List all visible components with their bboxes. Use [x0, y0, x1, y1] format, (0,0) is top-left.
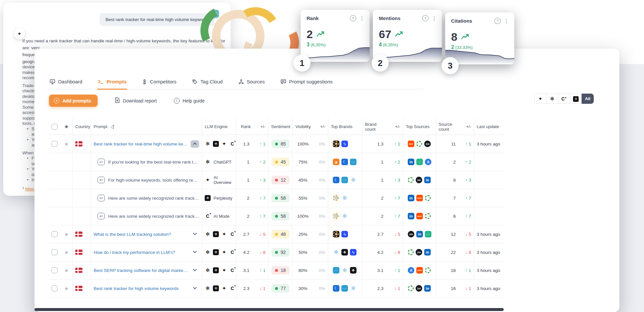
wreath-icon — [425, 195, 431, 201]
select-all-checkbox[interactable] — [52, 124, 58, 130]
star-icon[interactable]: ★ — [64, 249, 69, 256]
openai-icon: ✻ — [205, 249, 211, 255]
row-checkbox[interactable] — [52, 249, 58, 255]
row-rank: 1.3 — [236, 135, 253, 153]
filter-openai-button[interactable]: ✻ — [546, 94, 558, 104]
prompt-link[interactable]: How do i track my performance in LLM's? — [94, 250, 189, 255]
table-row[interactable]: ↩ Here are some widely recognized rank t… — [49, 189, 504, 207]
perplexity-icon: ✳ — [213, 285, 219, 291]
help-guide-button[interactable]: i Help guide — [174, 98, 205, 104]
filter-aimode-button[interactable]: C✦ — [558, 94, 570, 104]
tab-prompts[interactable]: Prompts — [97, 76, 127, 90]
kebab-menu-icon[interactable]: ⋮ — [504, 18, 509, 23]
prompt-link[interactable]: Best rank tracker for real-time high vol… — [94, 142, 189, 146]
row-checkbox[interactable] — [52, 285, 58, 291]
row-visibility-delta: 0% — [313, 135, 328, 153]
table-row[interactable]: ★ How do i track my performance in LLM's… — [49, 243, 504, 261]
row-checkbox[interactable] — [52, 267, 58, 273]
row-engine-cell: ✻ChatGPT — [202, 153, 236, 171]
table-row[interactable]: ★ Best SERP tracking software for digita… — [49, 261, 504, 279]
row-checkbox-cell — [49, 279, 61, 297]
star-icon[interactable]: ★ — [64, 285, 69, 292]
tab-label: Prompt suggestions — [289, 79, 333, 84]
help-icon[interactable]: ? — [494, 18, 501, 24]
table-row[interactable]: ↩ If you're looking for the best real-ti… — [49, 153, 504, 171]
row-last-update: 3 hours ago — [474, 135, 504, 153]
zapier-icon: zapier — [408, 141, 414, 147]
star-icon[interactable]: ★ — [64, 141, 69, 147]
row-top-sources: inzapier — [403, 189, 436, 207]
table-row[interactable]: ★ What is the best LLM tracking solution… — [49, 225, 504, 243]
openai-icon: ✻ — [205, 159, 211, 165]
table-row[interactable]: ★ Best rank tracker for real-time high v… — [49, 135, 504, 153]
tab-tag-cloud[interactable]: Tag Cloud — [192, 76, 223, 90]
row-country-cell — [73, 171, 91, 189]
tab-prompt-suggestions[interactable]: Prompt suggestions — [280, 76, 334, 90]
help-icon[interactable]: ? — [350, 15, 356, 21]
brand-delta: ↑ 7 — [394, 214, 400, 219]
help-icon[interactable]: ? — [422, 15, 428, 21]
source-delta: ↑ 1 — [465, 142, 471, 146]
row-rank-delta-cell: ↑ 1 — [253, 261, 268, 279]
sentiment-badge: 18 — [271, 266, 289, 275]
kebab-menu-icon[interactable]: ⋮ — [432, 16, 437, 21]
row-brand-delta-cell: ↓ 8 — [388, 243, 403, 261]
sa-icon: S/A — [416, 285, 422, 292]
bottom-scrollbar[interactable] — [34, 308, 504, 311]
row-rank: 1 — [236, 153, 253, 171]
perplexity-icon: ✳ — [573, 96, 579, 102]
row-country-cell — [73, 207, 91, 225]
row-checkbox[interactable] — [52, 141, 58, 147]
row-source-delta-cell: ↓ 8 — [460, 243, 474, 261]
prompt-link[interactable]: Best rank tracker for high volume keywor… — [94, 286, 189, 291]
row-visibility-delta: 0% — [313, 225, 328, 243]
stat-card-title: Rank — [307, 15, 350, 21]
table-row[interactable]: ★ Best rank tracker for high volume keyw… — [49, 279, 504, 298]
sort-az-icon[interactable]: ↓AZ — [110, 124, 114, 129]
tab-sources[interactable]: Sources — [238, 76, 265, 90]
prompt-link[interactable]: Best SERP tracking software for digital … — [94, 268, 189, 273]
tab-competitors[interactable]: Competitors — [142, 76, 177, 90]
table-row[interactable]: ↩ For high-volume keywords, tools offeri… — [49, 171, 504, 189]
table-row[interactable]: ↩ Here are some widely recognized rank t… — [49, 207, 504, 225]
expand-row-button[interactable] — [191, 231, 199, 238]
row-star-cell: ★ — [61, 243, 73, 261]
owl-icon: ❖ — [341, 249, 348, 256]
filter-all-button[interactable]: All — [582, 94, 594, 104]
filter-perplexity-button[interactable]: ✳ — [570, 94, 582, 104]
row-prompt-cell: Best SERP tracking software for digital … — [91, 261, 202, 279]
download-report-button[interactable]: Download report — [115, 97, 157, 104]
wreath-icon — [425, 267, 431, 273]
star-icon[interactable]: ★ — [64, 123, 69, 130]
tab-dashboard[interactable]: Dashboard — [49, 76, 83, 90]
stat-card-mentions: Mentions ? ⋮ 67 4 (6,35%) — [373, 10, 442, 62]
row-checkbox[interactable] — [52, 231, 58, 237]
header-star-cell: ★ — [61, 119, 73, 135]
star-icon[interactable]: ★ — [64, 231, 69, 237]
expand-row-button[interactable] — [191, 249, 199, 256]
header-last-update: Last update — [474, 119, 504, 135]
star-icon[interactable]: ★ — [64, 267, 69, 274]
row-source-delta-cell: ↑ 1 — [460, 135, 474, 153]
rank-delta: ↑ 1 — [260, 142, 265, 146]
linkedin-icon: in — [408, 213, 414, 219]
expand-row-button[interactable] — [191, 267, 199, 274]
zapier-icon: zapier — [416, 213, 423, 219]
header-top-brands: Top Brands — [328, 119, 362, 135]
expand-row-button[interactable] — [191, 285, 199, 292]
step-badge-1: 1 — [293, 55, 310, 72]
filter-aioverview-button[interactable]: ✦ — [534, 94, 546, 104]
row-top-sources: S/Ain — [403, 243, 436, 261]
owl-icon: ❖ — [350, 267, 356, 274]
stat-card-delta: 4 (6,35%) — [379, 42, 437, 48]
header-country: Country — [73, 119, 91, 135]
sub-prompt-text: For high-volume keywords, tools offering… — [108, 178, 199, 183]
dashboard-icon — [50, 79, 55, 84]
prompt-link[interactable]: What is the best LLM tracking solution? — [94, 232, 189, 237]
expand-collapse-button[interactable] — [191, 140, 199, 148]
kebab-menu-icon[interactable]: ⋮ — [359, 16, 364, 21]
row-last-update: 3 hours ago — [474, 243, 504, 261]
row-prompt-cell: What is the best LLM tracking solution? — [91, 225, 202, 243]
row-visibility-delta: 0% — [313, 243, 328, 261]
add-prompts-button[interactable]: + Add prompts — [49, 95, 98, 107]
